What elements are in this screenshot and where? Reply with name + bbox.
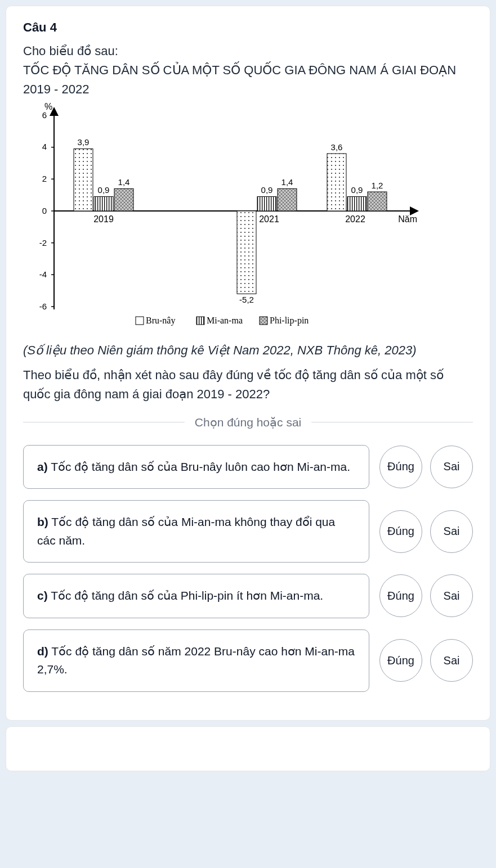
- option-row-a: a) Tốc độ tăng dân số của Bru-nây luôn c…: [23, 445, 473, 489]
- option-row-b: b) Tốc độ tăng dân số của Mi-an-ma không…: [23, 500, 473, 563]
- svg-rect-22: [94, 197, 113, 212]
- svg-rect-36: [347, 197, 367, 212]
- option-d: d) Tốc độ tăng dân số năm 2022 Bru-nây c…: [23, 629, 369, 692]
- svg-rect-21: [74, 149, 93, 212]
- option-a-false-button[interactable]: Sai: [430, 446, 473, 488]
- svg-text:3,6: 3,6: [331, 142, 343, 152]
- option-a-buttons: Đúng Sai: [379, 445, 473, 489]
- svg-rect-46: [260, 317, 267, 325]
- svg-rect-42: [136, 317, 144, 325]
- option-d-true-button[interactable]: Đúng: [379, 639, 422, 682]
- instruction-text: Chọn đúng hoặc sai: [185, 416, 311, 429]
- svg-text:3,9: 3,9: [78, 137, 90, 147]
- question-card: Câu 4 Cho biểu đồ sau: TỐC ĐỘ TĂNG DÂN S…: [6, 6, 490, 721]
- bars-2019: 3,9 0,9 1,4 2019: [74, 137, 133, 224]
- bar-chart: 6 4 2 0 -2 -4 -6 % Năm 3,9 0,9 1,4 2019: [23, 101, 428, 338]
- svg-text:1,4: 1,4: [281, 177, 293, 187]
- chart-source: (Số liệu theo Niên giám thông kê Việt Na…: [23, 341, 473, 360]
- svg-text:0,9: 0,9: [351, 185, 363, 195]
- chart-legend: Bru-nây Mi-an-ma Phi-lip-pin: [136, 316, 309, 326]
- question-prompt: Theo biểu đồ, nhận xét nào sau đây đúng …: [23, 366, 473, 404]
- svg-rect-35: [327, 154, 346, 211]
- option-d-false-button[interactable]: Sai: [430, 639, 473, 682]
- bars-2022: 3,6 0,9 1,2 2022: [327, 142, 387, 224]
- option-b-true-button[interactable]: Đúng: [379, 510, 422, 553]
- option-row-d: d) Tốc độ tăng dân số năm 2022 Bru-nây c…: [23, 629, 473, 692]
- question-intro: Cho biểu đồ sau:: [23, 42, 473, 61]
- option-c-true-button[interactable]: Đúng: [379, 574, 422, 617]
- option-b: b) Tốc độ tăng dân số của Mi-an-ma không…: [23, 500, 369, 563]
- svg-rect-29: [257, 197, 276, 212]
- svg-rect-23: [114, 189, 133, 212]
- chart-container: 6 4 2 0 -2 -4 -6 % Năm 3,9 0,9 1,4 2019: [23, 101, 473, 338]
- svg-text:4: 4: [42, 142, 47, 151]
- option-c-false-button[interactable]: Sai: [430, 574, 473, 617]
- option-c-label: c): [37, 589, 48, 602]
- option-c-text: Tốc độ tăng dân số của Phi-lip-pin ít hơ…: [48, 589, 323, 602]
- option-row-c: c) Tốc độ tăng dân số của Phi-lip-pin ít…: [23, 574, 473, 618]
- svg-rect-30: [278, 189, 297, 212]
- svg-text:Phi-lip-pin: Phi-lip-pin: [270, 316, 309, 326]
- svg-text:-6: -6: [39, 302, 47, 311]
- svg-text:0,9: 0,9: [98, 185, 110, 195]
- svg-rect-28: [237, 211, 256, 294]
- option-d-buttons: Đúng Sai: [379, 629, 473, 692]
- svg-text:1,2: 1,2: [372, 181, 383, 190]
- svg-text:2022: 2022: [345, 214, 365, 224]
- svg-text:-4: -4: [39, 269, 47, 279]
- option-a-text: Tốc độ tăng dân số của Bru-nây luôn cao …: [48, 460, 350, 473]
- svg-text:0,9: 0,9: [261, 185, 273, 195]
- svg-rect-37: [368, 192, 387, 211]
- svg-text:1,4: 1,4: [118, 177, 130, 187]
- option-b-text: Tốc độ tăng dân số của Mi-an-ma không th…: [37, 515, 335, 547]
- instruction-divider: Chọn đúng hoặc sai: [23, 416, 473, 429]
- option-a-true-button[interactable]: Đúng: [379, 446, 422, 488]
- next-card-placeholder: [6, 726, 490, 771]
- option-d-text: Tốc độ tăng dân số năm 2022 Bru-nây cao …: [37, 645, 355, 676]
- option-b-buttons: Đúng Sai: [379, 500, 473, 563]
- svg-text:-5,2: -5,2: [239, 295, 254, 304]
- bars-2021: -5,2 0,9 1,4 2021: [237, 177, 297, 304]
- svg-text:Bru-nây: Bru-nây: [146, 316, 175, 326]
- y-axis-ticks: 6 4 2 0 -2 -4 -6: [39, 110, 54, 311]
- option-b-label: b): [37, 515, 48, 528]
- question-number: Câu 4: [23, 20, 473, 35]
- svg-text:0: 0: [42, 206, 47, 215]
- option-a: a) Tốc độ tăng dân số của Bru-nây luôn c…: [23, 445, 369, 489]
- svg-rect-44: [196, 317, 204, 325]
- svg-text:Mi-an-ma: Mi-an-ma: [207, 316, 243, 325]
- svg-text:6: 6: [42, 110, 47, 120]
- y-axis-label: %: [44, 102, 52, 111]
- svg-text:2021: 2021: [259, 214, 279, 224]
- option-a-label: a): [37, 460, 48, 473]
- option-c-buttons: Đúng Sai: [379, 574, 473, 618]
- svg-text:2: 2: [42, 174, 47, 183]
- option-c: c) Tốc độ tăng dân số của Phi-lip-pin ít…: [23, 574, 369, 618]
- svg-text:-2: -2: [39, 238, 47, 248]
- option-d-label: d): [37, 645, 48, 658]
- chart-title: TỐC ĐỘ TĂNG DÂN SỐ CỦA MỘT SỐ QUỐC GIA Đ…: [23, 61, 473, 99]
- svg-text:2019: 2019: [93, 214, 114, 224]
- option-b-false-button[interactable]: Sai: [430, 510, 473, 553]
- x-axis-label: Năm: [398, 214, 417, 224]
